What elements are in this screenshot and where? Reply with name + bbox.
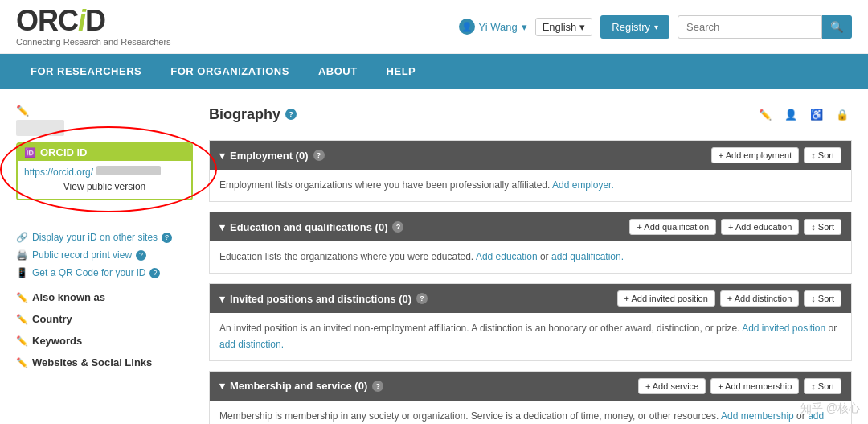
keywords-title: ✏️ Keywords: [16, 335, 193, 347]
registry-button[interactable]: Registry ▾: [600, 15, 669, 39]
invited-section: ▾ Invited positions and distinctions (0)…: [209, 283, 852, 360]
add-membership-button[interactable]: + Add membership: [710, 378, 799, 394]
education-section: ▾ Education and qualifications (0) ? + A…: [209, 212, 852, 274]
employment-section: ▾ Employment (0) ? + Add employment ↕ So…: [209, 140, 852, 202]
search-input[interactable]: [678, 15, 822, 39]
display-id-icon: 🔗: [16, 232, 28, 243]
membership-header: ▾ Membership and service (0) ? + Add ser…: [210, 372, 851, 401]
display-id-link[interactable]: 🔗 Display your iD on other sites ?: [16, 228, 193, 246]
employment-body: Employment lists organizations where you…: [210, 170, 851, 201]
add-employment-button[interactable]: + Add employment: [711, 147, 799, 163]
accessibility-icon[interactable]: ♿: [807, 105, 826, 124]
edit-biography-icon[interactable]: ✏️: [755, 105, 775, 124]
registry-arrow-icon: ▾: [654, 23, 658, 31]
add-education-button[interactable]: + Add education: [721, 219, 799, 235]
add-education-link[interactable]: Add education: [476, 251, 538, 262]
edit-country-icon[interactable]: ✏️: [16, 314, 28, 325]
add-service-button[interactable]: + Add service: [638, 378, 706, 394]
logo: ORCiD: [16, 6, 171, 35]
nav-for-organizations[interactable]: FOR ORGANIZATIONS: [156, 54, 304, 89]
invited-header: ▾ Invited positions and distinctions (0)…: [210, 284, 851, 313]
content-area: Biography ? ✏️ 👤 ♿ 🔒 ▾ Employment (0) ? …: [209, 105, 852, 424]
orcid-logo-icon: 🆔: [24, 147, 36, 158]
user-menu[interactable]: 👤 Yi Wang ▾: [459, 19, 527, 35]
display-id-info-icon: ?: [162, 233, 172, 243]
top-right-controls: 👤 Yi Wang ▾ English ▾ Registry ▾ 🔍: [459, 15, 853, 39]
invited-title: ▾ Invited positions and distinctions (0)…: [219, 293, 428, 305]
qr-info-icon: ?: [149, 268, 160, 278]
logo-orc: ORC: [16, 4, 78, 37]
language-label: English: [542, 21, 577, 33]
employment-info-icon: ?: [313, 150, 325, 161]
edit-keywords-icon[interactable]: ✏️: [16, 335, 28, 347]
edit-websites-icon[interactable]: ✏️: [16, 357, 28, 368]
employment-title: ▾ Employment (0) ?: [219, 150, 325, 162]
sidebar-section-websites: ✏️ Websites & Social Links: [16, 356, 193, 368]
print-view-link[interactable]: 🖨️ Public record print view ?: [16, 246, 193, 264]
view-public-link[interactable]: View public version: [24, 181, 185, 192]
logo-area: ORCiD Connecting Research and Researcher…: [16, 6, 171, 47]
biography-header: Biography ? ✏️ 👤 ♿ 🔒: [209, 105, 852, 128]
also-known-as-title: ✏️ Also known as: [16, 291, 193, 303]
education-actions: + Add qualification + Add education ↕ So…: [629, 219, 841, 235]
user-avatar-icon: 👤: [459, 19, 475, 35]
sidebar-links: 🔗 Display your iD on other sites ? 🖨️ Pu…: [16, 228, 193, 282]
qr-code-link[interactable]: 📱 Get a QR Code for your iD ?: [16, 264, 193, 282]
add-qualification-button[interactable]: + Add qualification: [629, 219, 716, 235]
user-name: Yi Wang: [479, 21, 518, 33]
language-selector[interactable]: English ▾: [535, 18, 593, 36]
biography-info-icon: ?: [285, 109, 297, 120]
websites-title: ✏️ Websites & Social Links: [16, 356, 193, 368]
sort-invited-button[interactable]: ↕ Sort: [804, 290, 841, 307]
country-title: ✏️ Country: [16, 313, 193, 325]
nav-about[interactable]: ABOUT: [304, 54, 372, 89]
sort-education-button[interactable]: ↕ Sort: [804, 219, 841, 235]
nav-for-researchers[interactable]: FOR RESEARCHERS: [16, 54, 156, 89]
search-button[interactable]: 🔍: [822, 15, 852, 39]
logo-subtitle: Connecting Research and Researchers: [16, 37, 171, 47]
orcid-id-label: 🆔 ORCID iD: [18, 144, 191, 161]
watermark: 知乎 @核心: [800, 401, 860, 416]
add-membership-link[interactable]: Add membership: [721, 410, 794, 422]
orcid-url-row: https://orcid.org/: [24, 166, 185, 178]
avatar-placeholder: [16, 120, 64, 136]
print-info-icon: ?: [136, 250, 146, 261]
education-body: Education lists the organizations where …: [210, 241, 851, 273]
orcid-id-container: 🆔 ORCID iD https://orcid.org/ View publi…: [16, 142, 193, 200]
lock-icon[interactable]: 🔒: [833, 105, 852, 124]
invited-body: An invited position is an invited non-em…: [210, 313, 851, 360]
print-icon: 🖨️: [16, 249, 28, 261]
biography-actions: ✏️ 👤 ♿ 🔒: [755, 105, 852, 124]
add-invited-position-button[interactable]: + Add invited position: [617, 290, 715, 307]
sidebar-section-keywords: ✏️ Keywords: [16, 335, 193, 347]
add-qualification-link[interactable]: add qualification.: [551, 251, 624, 262]
nav-help[interactable]: HELP: [372, 54, 431, 89]
sort-employment-button[interactable]: ↕ Sort: [804, 147, 841, 163]
education-info-icon: ?: [392, 221, 403, 233]
top-bar: ORCiD Connecting Research and Researcher…: [0, 0, 868, 54]
orcid-url-prefix: https://orcid.org/: [24, 167, 93, 178]
biography-title: Biography ?: [209, 106, 297, 123]
sidebar-section-also-known-as: ✏️ Also known as: [16, 291, 193, 303]
sidebar-edit-icon[interactable]: ✏️: [16, 105, 193, 117]
logo-i: i: [78, 4, 85, 37]
logo-d: D: [85, 4, 105, 37]
education-title: ▾ Education and qualifications (0) ?: [219, 221, 403, 233]
add-distinction-link[interactable]: add distinction.: [219, 339, 284, 350]
orcid-id-text: ORCID iD: [40, 146, 88, 158]
sidebar: ✏️ 🆔 ORCID iD https://orcid.org/ View pu…: [16, 105, 193, 424]
biography-title-text: Biography: [209, 106, 280, 123]
invited-info-icon: ?: [416, 293, 428, 304]
add-invited-link[interactable]: Add invited position: [742, 323, 825, 334]
orcid-id-value: [96, 166, 161, 175]
main-content: ✏️ 🆔 ORCID iD https://orcid.org/ View pu…: [0, 89, 868, 424]
person-icon[interactable]: 👤: [781, 105, 800, 124]
employment-header: ▾ Employment (0) ? + Add employment ↕ So…: [210, 141, 851, 170]
sort-membership-button[interactable]: ↕ Sort: [804, 378, 841, 394]
add-distinction-button[interactable]: + Add distinction: [720, 290, 799, 307]
search-icon: 🔍: [830, 21, 844, 33]
membership-actions: + Add service + Add membership ↕ Sort: [638, 378, 841, 394]
edit-also-known-as-icon[interactable]: ✏️: [16, 292, 28, 303]
add-employer-link[interactable]: Add employer.: [552, 179, 614, 191]
membership-title: ▾ Membership and service (0) ?: [219, 380, 383, 392]
